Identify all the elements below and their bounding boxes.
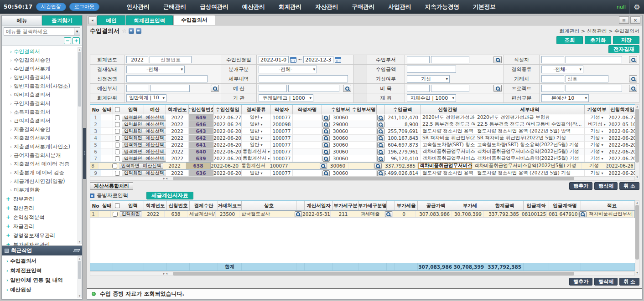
search-icon[interactable]	[377, 135, 384, 141]
horizontal-scrollbar[interactable]: ▸◂	[90, 271, 635, 276]
cell[interactable]: 예산선택	[144, 155, 166, 162]
recent-work-item[interactable]: ›예산원장	[2, 285, 82, 295]
fund-source-select[interactable]: 자체수입 | 1000▾	[407, 94, 456, 102]
search-button[interactable]: 조회	[556, 36, 583, 44]
cell[interactable]: 2022-06-27	[213, 114, 242, 121]
cell[interactable]: 30,708,399	[452, 211, 484, 218]
cell[interactable]: 5	[90, 142, 101, 148]
cell[interactable]: 2022	[166, 121, 189, 128]
cell[interactable]: 638	[165, 211, 187, 218]
cell[interactable]: 일반▾	[242, 114, 271, 121]
cell[interactable]	[377, 114, 385, 121]
cell[interactable]	[293, 121, 322, 128]
cell-button[interactable]: 입력화면	[119, 163, 141, 169]
budget-dept-name-input[interactable]	[151, 85, 190, 92]
cell[interactable]	[101, 121, 113, 128]
table-row[interactable]: 9입력화면예산선택20226362022-06-20일반▾10007730060…	[90, 170, 635, 176]
cell-button[interactable]: 예산선택	[144, 142, 166, 148]
tab-메인[interactable]: 메인	[97, 15, 125, 25]
sidebar-item[interactable]: ›일반지출결의서	[2, 73, 82, 82]
add-row-button[interactable]: 행추가	[569, 182, 592, 190]
cell-button[interactable]: 입력화면	[120, 211, 142, 217]
cell[interactable]: 일반▾	[242, 170, 271, 176]
cell[interactable]: 2022	[166, 128, 189, 135]
select-all-checkbox[interactable]	[115, 107, 120, 112]
row-checkbox[interactable]	[115, 122, 120, 127]
sidebar-item[interactable]: ›일반지출결의서(사업소)	[2, 82, 82, 91]
table-row[interactable]: 5입력화면예산선택20226412022-06-20일반▾10007730060…	[90, 142, 635, 148]
close-tab-button[interactable]: ×	[630, 16, 640, 24]
date-to-input[interactable]	[303, 56, 333, 63]
cell[interactable]: 7	[90, 155, 101, 162]
table-row[interactable]: 3입력화면예산선택20226432022-06-20일반▾10007730060…	[90, 128, 635, 135]
search-icon[interactable]	[211, 85, 219, 92]
sidebar-item[interactable]: ›지출결의서 데이터 검증	[2, 160, 82, 168]
cell[interactable]	[322, 148, 330, 155]
table-row[interactable]: 2입력화면예산선택20226462022-06-24일반▾20009829000…	[90, 121, 635, 128]
cell[interactable]: 100,167,843	[385, 135, 421, 142]
vertical-scrollbar[interactable]: ▴ ▾	[635, 104, 639, 179]
panel-splitter[interactable]	[83, 15, 87, 300]
cell[interactable]: 입력화면	[122, 128, 144, 135]
cell[interactable]: 241,102,470	[385, 114, 421, 121]
search-icon[interactable]	[377, 170, 384, 176]
search-icon[interactable]	[629, 85, 637, 92]
cell[interactable]	[322, 142, 330, 148]
table-row[interactable]: 4입력화면예산선택20226422022-06-20일반▾10007730060…	[90, 135, 635, 142]
cell[interactable]: 2022-06-20	[609, 142, 635, 148]
approval-status-select[interactable]: -전체-▾	[126, 66, 185, 73]
cell[interactable]: 객차비품취급업무서비스용역	[418, 163, 473, 169]
cell-button[interactable]: 예산선택	[144, 135, 166, 141]
recent-work-item[interactable]: ›일반이체 연동 및 내역	[2, 275, 82, 285]
cell[interactable]: 100077	[271, 128, 293, 135]
invoice-merge-button[interactable]: 계산서통합처리	[90, 182, 133, 190]
cell[interactable]: 100077	[271, 142, 293, 148]
search-icon[interactable]	[322, 149, 330, 155]
search-icon[interactable]	[385, 211, 392, 217]
budget-dept-code-input[interactable]	[126, 85, 149, 92]
cell-button[interactable]: 입력화면	[122, 135, 144, 141]
search-icon[interactable]	[322, 115, 330, 121]
cell[interactable]: 100077	[271, 155, 293, 162]
cell[interactable]	[322, 170, 330, 176]
cell[interactable]: 기성▾	[585, 128, 609, 135]
application-no-input[interactable]	[150, 56, 192, 63]
cell[interactable]: 2022	[166, 135, 189, 142]
cell[interactable]: 2022-06-20	[211, 163, 239, 169]
cell[interactable]: 입력화면	[122, 148, 144, 155]
cell[interactable]	[351, 128, 377, 135]
search-dropdown-button[interactable]: ▾	[74, 27, 80, 36]
cell[interactable]: 337,792,385	[382, 163, 418, 169]
cell[interactable]	[322, 114, 330, 121]
row-checkbox[interactable]	[112, 163, 117, 168]
cell[interactable]	[322, 121, 330, 128]
application-title-input[interactable]	[126, 75, 208, 82]
sidebar-group[interactable]: +손익실적분석	[2, 213, 82, 222]
cell[interactable]	[101, 128, 113, 135]
row-checkbox[interactable]	[115, 129, 120, 134]
project-name-input[interactable]	[566, 85, 622, 92]
cell[interactable]: 211	[331, 211, 356, 218]
cell[interactable]: 22.5 동부건축 전도금 여비...	[421, 121, 475, 128]
topbar-menu-item[interactable]: 지속가능경영	[425, 3, 459, 11]
income-amount-input[interactable]	[407, 66, 456, 73]
calendar-icon[interactable]	[335, 57, 341, 63]
cell[interactable]: 철도차량 청소사업 용역 (2...	[421, 170, 475, 176]
cell[interactable]: 비기성▾	[585, 121, 609, 128]
cell[interactable]	[294, 211, 302, 218]
cell[interactable]: 일반▾	[242, 128, 271, 135]
cell[interactable]: SR 객차비품 취급업무(202...	[421, 135, 475, 142]
electronic-approval-button[interactable]: 전자결재	[608, 45, 639, 53]
delete-row-button[interactable]: 행삭제	[594, 278, 618, 286]
cell[interactable]: 예산선택	[144, 128, 166, 135]
cell[interactable]	[351, 142, 377, 148]
cell[interactable]: 객차비품취급업무서비스용역(2022년5월) 기성	[475, 155, 585, 162]
cell[interactable]: 입력화면	[122, 114, 144, 121]
sidebar-group[interactable]: +장부관리	[2, 194, 82, 204]
cell[interactable]	[113, 128, 122, 135]
cell[interactable]: 639	[189, 155, 213, 162]
cell[interactable]	[348, 163, 374, 169]
cell[interactable]: 638	[186, 163, 211, 169]
sidebar-item[interactable]: ›지출분개 데이터 검증	[2, 168, 82, 177]
cell[interactable]: 2022-06-20	[609, 148, 635, 155]
